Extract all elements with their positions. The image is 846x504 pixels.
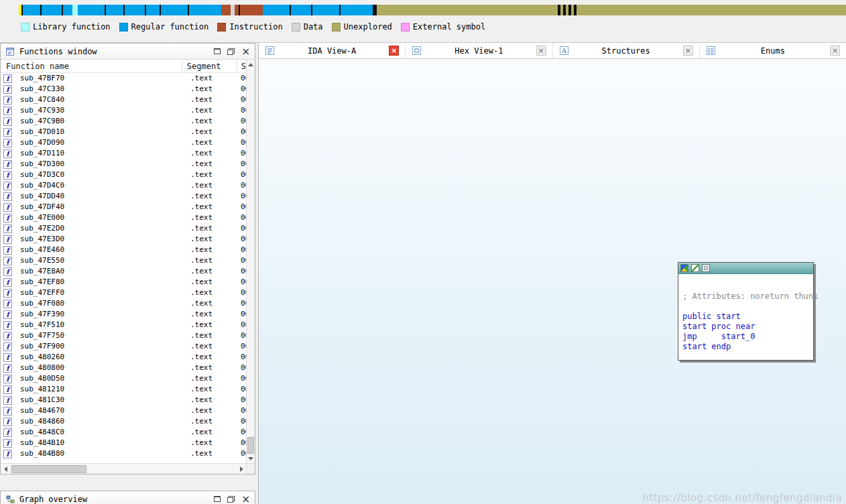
function-row[interactable]: f sub_484B10 .text 00 [1, 438, 246, 448]
column-header-start[interactable]: S [237, 60, 246, 72]
scroll-left-icon[interactable] [1, 464, 10, 474]
function-row[interactable]: f sub_47DD40 .text 00 [1, 191, 246, 202]
function-segment: .text [182, 298, 237, 309]
function-row[interactable]: f sub_47D010 .text 00 [1, 127, 246, 137]
function-segment: .text [182, 234, 237, 245]
function-row[interactable]: f sub_47DF40 .text 00 [1, 202, 246, 212]
tab-close-button[interactable]: × [389, 46, 399, 56]
node-color-icon[interactable] [680, 264, 688, 272]
legend-swatch-icon [332, 23, 341, 32]
function-segment: .text [182, 127, 237, 137]
function-segment: .text [182, 266, 237, 277]
function-icon: f [3, 149, 12, 158]
function-row[interactable]: f sub_47E000 .text 00 [1, 212, 246, 223]
functions-window-titlebar[interactable]: Functions window × [1, 44, 255, 60]
function-start-address: 00 [237, 212, 246, 223]
function-row[interactable]: f sub_47F080 .text 00 [1, 298, 246, 309]
graph-node-titlebar[interactable] [678, 263, 813, 274]
function-row[interactable]: f sub_47D3C0 .text 00 [1, 170, 246, 180]
function-start-address: 00 [237, 405, 246, 416]
graph-overview-titlebar[interactable]: Graph overview × [1, 491, 255, 504]
horizontal-scrollbar-thumb[interactable] [11, 465, 86, 473]
vertical-scrollbar-thumb[interactable] [247, 437, 254, 454]
function-row[interactable]: f sub_47EF80 .text 00 [1, 277, 246, 288]
function-start-address: 00 [237, 180, 246, 191]
function-row[interactable]: f sub_47D090 .text 00 [1, 137, 246, 148]
tab-close-button[interactable]: × [830, 46, 840, 56]
maximize-button[interactable] [214, 496, 221, 502]
function-row[interactable]: f sub_47C9B0 .text 00 [1, 116, 246, 127]
function-row[interactable]: f sub_47C840 .text 00 [1, 94, 246, 105]
navband-segment [240, 5, 263, 15]
horizontal-scrollbar[interactable] [1, 463, 255, 474]
function-row[interactable]: f sub_480260 .text 00 [1, 352, 246, 363]
function-name: sub_47C840 [20, 94, 64, 105]
node-frame-icon[interactable] [702, 264, 710, 272]
function-row[interactable]: f sub_47D4C0 .text 00 [1, 180, 246, 191]
function-start-address: 00 [237, 137, 246, 148]
function-row[interactable]: f sub_484860 .text 00 [1, 416, 246, 427]
close-window-button[interactable]: × [241, 48, 250, 56]
function-row[interactable]: f sub_47E2D0 .text 00 [1, 223, 246, 234]
function-row[interactable]: f sub_47F510 .text 00 [1, 320, 246, 330]
function-row[interactable]: f sub_47D300 .text 00 [1, 159, 246, 170]
function-row[interactable]: f sub_47F750 .text 00 [1, 330, 246, 341]
tab-hex-view-1[interactable]: Hex View-1 × [406, 43, 552, 58]
function-row[interactable]: f sub_481210 .text 00 [1, 384, 246, 395]
function-name: sub_47E3D0 [20, 234, 64, 245]
function-row[interactable]: f sub_47F390 .text 00 [1, 309, 246, 320]
tab-close-button[interactable]: × [683, 46, 693, 56]
function-name: sub_47D3C0 [20, 170, 64, 180]
column-header-function-name[interactable]: Function name [1, 60, 182, 72]
node-edit-icon[interactable] [691, 264, 699, 272]
function-icon: f [3, 450, 12, 458]
function-row[interactable]: f sub_481C30 .text 00 [1, 395, 246, 405]
scroll-right-icon[interactable] [237, 464, 246, 474]
function-row[interactable]: f sub_47F900 .text 00 [1, 341, 246, 352]
function-row[interactable]: f sub_480800 .text 00 [1, 363, 246, 373]
function-name: sub_484670 [20, 405, 64, 416]
maximize-button[interactable] [214, 48, 221, 54]
tab-structures[interactable]: A Structures × [553, 43, 700, 58]
tab-close-button[interactable]: × [536, 46, 546, 56]
function-row[interactable]: f sub_47E550 .text 00 [1, 255, 246, 266]
tab-ida-view-a[interactable]: IDA View-A × [259, 43, 406, 58]
function-name: sub_4848C0 [20, 427, 64, 438]
function-row[interactable]: f sub_484670 .text 00 [1, 405, 246, 416]
navigation-band[interactable] [19, 5, 846, 15]
function-name: sub_47EF80 [20, 277, 64, 288]
function-name: sub_480D50 [20, 373, 64, 384]
function-row[interactable]: f sub_47EFF0 .text 00 [1, 288, 246, 298]
function-segment: .text [182, 395, 237, 405]
function-row[interactable]: f sub_47E3D0 .text 00 [1, 234, 246, 245]
function-icon: f [3, 139, 12, 147]
function-row[interactable]: f sub_47E460 .text 00 [1, 245, 246, 255]
scroll-down-icon[interactable] [247, 454, 255, 462]
disassembly-line: start endp [682, 342, 810, 352]
function-row[interactable]: f sub_47BF70 .text 00 [1, 73, 246, 84]
function-start-address: 00 [237, 373, 246, 384]
function-row[interactable]: f sub_47E8A0 .text 00 [1, 266, 246, 277]
float-window-button[interactable] [227, 496, 235, 503]
function-row[interactable]: f sub_47C930 .text 00 [1, 105, 246, 116]
function-row[interactable]: f sub_47D110 .text 00 [1, 148, 246, 159]
float-window-button[interactable] [227, 48, 235, 55]
function-segment: .text [182, 202, 237, 212]
function-start-address: 00 [237, 448, 246, 459]
navband-segment [125, 5, 145, 15]
function-name: sub_47E000 [20, 212, 64, 223]
close-window-button[interactable]: × [241, 495, 250, 503]
graph-view-canvas[interactable]: ; Attributes: noreturn thunk public star… [259, 59, 846, 504]
graph-node-start[interactable]: ; Attributes: noreturn thunk public star… [678, 262, 814, 361]
tab-enums[interactable]: Enums × [700, 43, 846, 58]
function-row[interactable]: f sub_480D50 .text 00 [1, 373, 246, 384]
scroll-up-icon[interactable] [247, 60, 255, 68]
function-row[interactable]: f sub_47C330 .text 00 [1, 84, 246, 94]
column-header-segment[interactable]: Segment [182, 60, 237, 72]
function-row[interactable]: f sub_484B80 .text 00 [1, 448, 246, 459]
tab-label: Enums [716, 46, 830, 56]
function-row[interactable]: f sub_4848C0 .text 00 [1, 427, 246, 438]
vertical-scrollbar[interactable] [246, 60, 255, 463]
function-icon: f [3, 321, 12, 330]
function-start-address: 00 [237, 427, 246, 438]
